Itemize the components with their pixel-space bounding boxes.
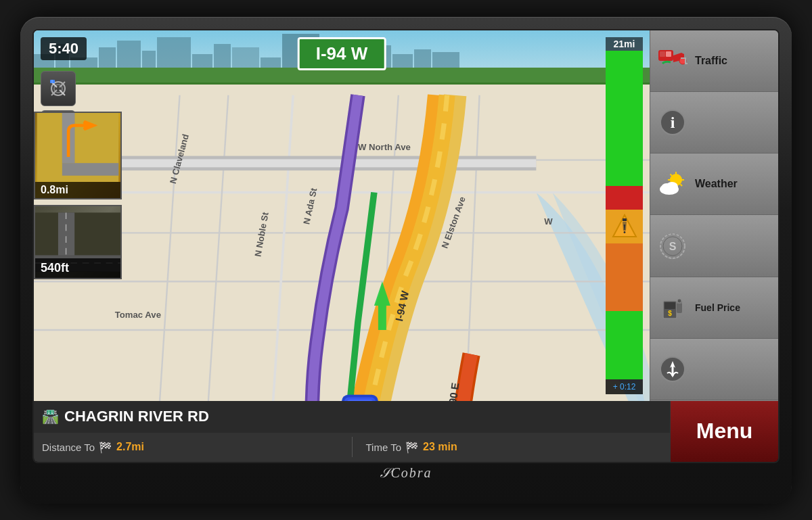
svg-text:I-90 E: I-90 E (446, 381, 461, 400)
svg-text:i: i (671, 114, 675, 131)
stat-divider (352, 437, 353, 457)
info-btn[interactable]: i (650, 92, 778, 153)
traffic-btn[interactable]: Traffic (650, 30, 778, 92)
traffic-time-label: + 0:12 (606, 379, 643, 394)
turn-preview-lower: 540ft (34, 205, 122, 279)
svg-text:N Noble St: N Noble St (252, 211, 270, 258)
turn-distance-upper: 0.8mi (35, 182, 120, 198)
info-icon-area: i (656, 105, 690, 139)
route-btn[interactable] (650, 338, 778, 400)
speed-btn[interactable]: S (650, 215, 778, 277)
time-display: 5:40 (41, 37, 87, 60)
svg-line-6 (204, 95, 228, 400)
traffic-label: Traffic (695, 55, 727, 67)
fuel-icon-area: $ (656, 291, 690, 325)
map-area[interactable]: W North Ave N Claveland N Noble St N Ada… (34, 30, 650, 401)
svg-rect-14 (346, 399, 374, 400)
svg-rect-50 (666, 51, 671, 57)
traffic-green-bottom (606, 311, 643, 379)
turn-distance-lower: 540ft (35, 258, 120, 278)
time-label: Time To (366, 442, 402, 453)
time-stat: Time To 🏁 23 min (366, 441, 662, 454)
route-icon-area (656, 352, 690, 386)
traffic-icon-area (656, 44, 690, 78)
weather-label: Weather (695, 178, 738, 190)
svg-text:S: S (669, 241, 677, 252)
menu-label: Menu (696, 419, 753, 444)
fuel-label: Fuel Price (695, 302, 740, 313)
street-icon: 🛣️ (42, 408, 59, 425)
svg-rect-49 (660, 51, 665, 57)
svg-line-5 (156, 95, 180, 400)
weather-btn[interactable]: Weather (650, 153, 778, 215)
svg-text:Tomac Ave: Tomac Ave (115, 310, 161, 320)
svg-point-72 (677, 299, 681, 303)
time-flag: 🏁 (405, 441, 419, 454)
bottom-bar: 🛣️ CHAGRIN RIVER RD Distance To 🏁 2.7mi … (34, 401, 778, 462)
brand-area: 𝒮Cobra (32, 463, 780, 483)
distance-label: Distance To (42, 442, 95, 453)
turn-preview-upper: 0.8mi (34, 112, 122, 199)
distance-stat: Distance To 🏁 2.7mi (42, 441, 338, 454)
speed-icon-area: S (656, 229, 690, 263)
traffic-warning: ! (606, 210, 643, 243)
map-roads-svg: W North Ave N Claveland N Noble St N Ada… (34, 30, 650, 401)
time-value: 23 min (423, 441, 457, 453)
distance-value: 2.7mi (116, 441, 144, 453)
fuel-btn[interactable]: $ Fuel Price (650, 277, 778, 338)
traffic-orange (606, 243, 643, 311)
brand-name: 𝒮Cobra (380, 465, 432, 481)
svg-text:W: W (544, 216, 553, 227)
svg-rect-39 (62, 163, 118, 176)
svg-text:W North Ave: W North Ave (358, 142, 411, 152)
screen: W North Ave N Claveland N Noble St N Ada… (32, 29, 780, 463)
svg-line-7 (269, 95, 293, 400)
gps-device: W North Ave N Claveland N Noble St N Ada… (20, 17, 792, 504)
right-sidebar: Traffic i (650, 30, 778, 401)
weather-icon-area (656, 167, 690, 201)
svg-rect-70 (677, 302, 682, 313)
traffic-distance: 21mi (606, 37, 643, 51)
distance-flag: 🏁 (99, 441, 112, 454)
svg-point-63 (666, 182, 678, 191)
street-name: CHAGRIN RIVER RD (64, 408, 209, 425)
screen-main: W North Ave N Claveland N Noble St N Ada… (34, 30, 778, 401)
traffic-meter: 21mi ! + 0:12 (606, 37, 643, 394)
menu-button[interactable]: Menu (670, 401, 778, 462)
street-row: 🛣️ CHAGRIN RIVER RD (34, 401, 670, 433)
bottom-info: 🛣️ CHAGRIN RIVER RD Distance To 🏁 2.7mi … (34, 401, 670, 462)
svg-text:$: $ (668, 310, 672, 317)
traffic-red (606, 186, 643, 210)
svg-line-59 (671, 174, 673, 176)
nav-stats-row: Distance To 🏁 2.7mi Time To 🏁 23 min (34, 433, 670, 462)
traffic-green-top (606, 51, 643, 187)
svg-line-60 (681, 185, 683, 187)
highway-sign: I-94 W (298, 37, 386, 70)
svg-rect-69 (664, 302, 675, 309)
satellite-btn[interactable] (41, 71, 76, 106)
